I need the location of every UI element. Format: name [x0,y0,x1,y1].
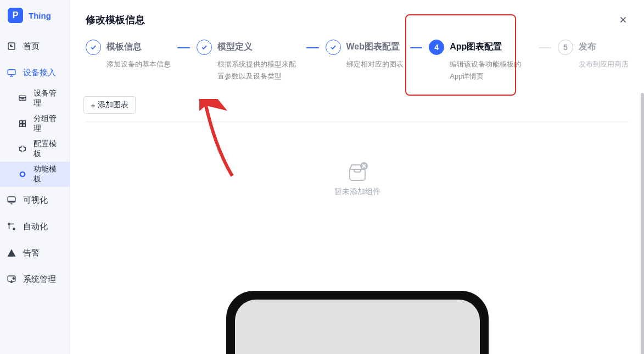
svg-point-8 [21,173,24,175]
nav-label: 可视化 [23,195,48,206]
circle-icon [18,169,27,179]
brand-name: Thing [29,11,51,20]
step-desc: 添加设备的基本信息 [107,58,171,70]
check-icon [86,40,101,55]
check-icon [326,40,341,55]
nav-visual[interactable]: 可视化 [0,187,70,213]
empty-text: 暂未添加组件 [334,187,380,197]
empty-state: 暂未添加组件 [86,162,629,197]
modal-title: 修改模板信息 [86,13,145,26]
settings-icon [7,274,16,284]
subnav-config-template[interactable]: 配置模板 [0,136,70,162]
grid-icon [18,119,27,129]
device-icon [18,93,27,103]
step-desc: 绑定相对应的图表 [346,58,404,70]
step-3[interactable]: Web图表配置 绑定相对应的图表 [326,40,404,70]
step-1[interactable]: 模板信息 添加设备的基本信息 [86,40,171,70]
plus-icon: + [91,101,96,109]
check-icon [197,40,212,55]
divider [86,121,629,122]
step-2[interactable]: 模型定义 根据系统提供的模型来配置参数以及设备类型 [197,40,300,82]
step-desc: 根据系统提供的模型来配置参数以及设备类型 [217,58,300,82]
content-area: + 添加图表 暂未添加组件 [70,92,644,354]
brand-logo: P [8,8,23,23]
nav-label: 分组管理 [33,114,63,134]
home-icon [7,41,16,51]
close-icon [618,15,628,25]
close-button[interactable] [618,14,629,25]
nav-label: 功能模板 [33,164,63,184]
nav-label: 设备接入 [23,68,56,78]
nav-home[interactable]: 首页 [0,33,70,59]
modal-header: 修改模板信息 [70,0,644,26]
subnav-function-template[interactable]: 功能模板 [0,162,70,187]
sidebar: P Thing 首页 设备接入 设备管理 [0,0,70,354]
puzzle-icon [18,144,27,154]
highlight-annotation [405,14,516,96]
steps: 模板信息 添加设备的基本信息 模型定义 根据系统提供的模型来配置参数以及设备类型 [70,26,644,92]
nav-automation[interactable]: 自动化 [0,213,70,240]
add-chart-button[interactable]: + 添加图表 [83,96,136,114]
phone-frame [226,291,489,354]
nav-sysmgmt[interactable]: 系统管理 [0,266,70,292]
step-number-icon: 5 [558,40,573,55]
svg-point-10 [8,223,10,225]
svg-rect-6 [23,124,25,127]
svg-rect-4 [23,121,25,124]
scrollbar[interactable] [641,93,644,354]
step-title: 模型定义 [217,40,300,53]
step-desc: 发布到应用商店 [579,58,629,70]
svg-point-11 [13,228,15,230]
device-access-icon [7,68,16,78]
step-5[interactable]: 5 发布 发布到应用商店 [558,40,629,70]
subnav-group-mgmt[interactable]: 分组管理 [0,111,70,136]
nav: 首页 设备接入 设备管理 分组管理 [0,33,70,292]
monitor-icon [7,195,16,205]
brand: P Thing [0,0,70,33]
automation-icon [7,222,16,231]
phone-screen [235,300,480,354]
step-connector [539,47,551,48]
empty-icon [346,162,368,181]
nav-label: 告警 [23,248,40,258]
add-chart-label: 添加图表 [98,100,128,110]
svg-rect-1 [8,70,15,75]
nav-label: 自动化 [23,222,48,232]
nav-label: 配置模板 [33,139,63,159]
nav-label: 系统管理 [23,274,56,285]
nav-alert[interactable]: 告警 [0,240,70,266]
alert-icon [7,248,16,258]
nav-device-access[interactable]: 设备接入 [0,59,70,86]
svg-rect-3 [19,121,22,124]
svg-point-13 [13,278,14,279]
nav-label: 首页 [23,41,40,52]
step-title: 模板信息 [107,40,171,53]
nav-label: 设备管理 [33,88,63,108]
step-connector [177,47,190,48]
step-title: 发布 [579,40,629,53]
step-connector [306,47,319,48]
subnav-device-mgmt[interactable]: 设备管理 [0,86,70,111]
modal: 修改模板信息 模板信息 添加设备的基本信息 [70,0,644,354]
step-title: Web图表配置 [346,40,404,53]
svg-rect-5 [19,124,22,127]
